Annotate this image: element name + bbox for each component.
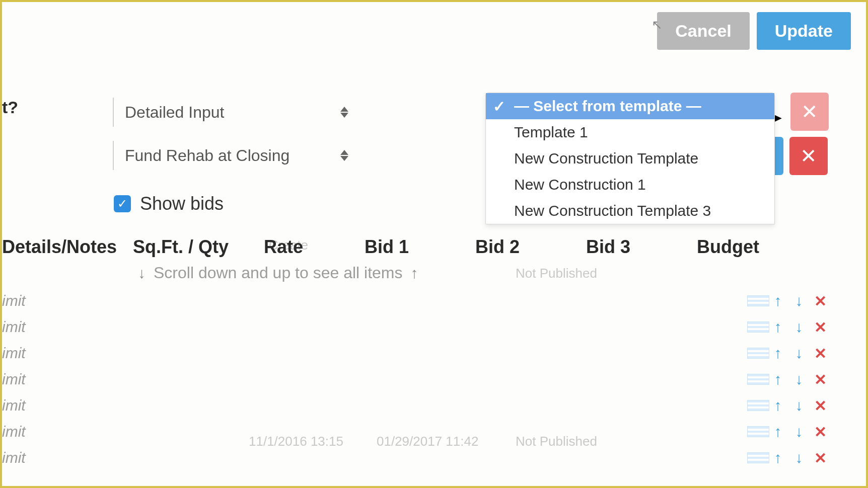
move-up-button[interactable]: ↑ xyxy=(769,371,786,388)
cancel-button[interactable]: Cancel xyxy=(657,12,750,50)
template-option-label: New Construction 1 xyxy=(514,176,646,193)
template-option-label: — Select from template — xyxy=(514,98,701,115)
chevron-updown-icon xyxy=(340,150,348,161)
input-mode-select[interactable]: Detailed Input xyxy=(113,98,354,127)
move-up-button[interactable]: ↑ xyxy=(769,397,786,414)
delete-row-button[interactable]: ✕ xyxy=(812,449,829,466)
check-icon xyxy=(117,197,127,211)
update-button[interactable]: Update xyxy=(757,12,851,50)
scroll-hint: ↓ Scroll down and up to see all items ↑ xyxy=(138,264,418,282)
template-option-label: New Construction Template xyxy=(514,150,698,167)
scroll-hint-text: Scroll down and up to see all items xyxy=(154,264,402,282)
template-option[interactable]: New Construction Template xyxy=(486,145,774,172)
show-bids-checkbox[interactable] xyxy=(114,195,131,212)
table-row: imit↑↓✕ xyxy=(2,314,851,340)
close-icon xyxy=(800,144,817,168)
table-row: imit↑↓✕ xyxy=(2,366,851,392)
template-option-placeholder[interactable]: — Select from template — xyxy=(486,93,774,119)
check-icon xyxy=(493,98,505,115)
close-icon xyxy=(801,100,818,123)
delete-row-button[interactable]: ✕ xyxy=(812,397,829,414)
move-up-button[interactable]: ↑ xyxy=(769,292,786,309)
partial-question-label: t? xyxy=(2,98,18,117)
row-details-placeholder[interactable]: imit xyxy=(2,292,133,309)
budget-swatch xyxy=(747,348,769,359)
input-mode-value: Detailed Input xyxy=(125,103,224,122)
budget-swatch xyxy=(747,452,769,463)
template-option[interactable]: Template 1 xyxy=(486,119,774,145)
template-option-label: Template 1 xyxy=(514,124,588,141)
delete-row-button[interactable]: ✕ xyxy=(812,423,829,440)
delete-row-button[interactable]: ✕ xyxy=(812,371,829,388)
chevron-updown-icon xyxy=(340,107,348,118)
template-option[interactable]: New Construction 1 xyxy=(486,172,774,198)
budget-swatch xyxy=(747,426,769,437)
budget-swatch xyxy=(747,400,769,411)
move-down-button[interactable]: ↓ xyxy=(790,345,808,362)
row-details-placeholder[interactable]: imit xyxy=(2,397,133,414)
budget-swatch xyxy=(747,295,769,306)
col-budget: Budget xyxy=(697,236,808,258)
table-header: Details/Notes Sq.Ft. / Qty Rate Bid 1 Bi… xyxy=(2,236,851,258)
table-row: imit↑↓✕ xyxy=(2,340,851,366)
arrow-up-icon: ↑ xyxy=(410,265,418,282)
arrow-down-icon: ↓ xyxy=(138,265,146,282)
budget-swatch xyxy=(747,374,769,385)
col-bid3: Bid 3 xyxy=(586,236,697,258)
row-details-placeholder[interactable]: imit xyxy=(2,345,133,362)
table-row: imit↑↓✕ xyxy=(2,445,851,471)
col-sqft: Sq.Ft. / Qty xyxy=(133,236,264,258)
move-down-button[interactable]: ↓ xyxy=(790,371,808,388)
template-option[interactable]: New Construction Template 3 xyxy=(486,198,774,224)
ghost-text: Not Published xyxy=(516,266,597,281)
move-up-button[interactable]: ↑ xyxy=(769,318,786,336)
col-bid2: Bid 2 xyxy=(475,236,586,258)
budget-swatch xyxy=(747,321,769,333)
table-row: imit↑↓✕ xyxy=(2,288,851,314)
row-details-placeholder[interactable]: imit xyxy=(2,449,133,466)
row-details-placeholder[interactable]: imit xyxy=(2,423,133,440)
move-up-button[interactable]: ↑ xyxy=(769,345,786,362)
show-bids-label: Show bids xyxy=(140,193,224,214)
table-row: imit↑↓✕ xyxy=(2,419,851,445)
row-details-placeholder[interactable]: imit xyxy=(2,318,133,336)
move-down-button[interactable]: ↓ xyxy=(790,397,808,414)
row-details-placeholder[interactable]: imit xyxy=(2,371,133,388)
funding-select[interactable]: Fund Rehab at Closing xyxy=(113,141,354,170)
delete-row-button[interactable]: ✕ xyxy=(812,345,829,362)
col-details: Details/Notes xyxy=(2,236,133,258)
remove-template-button[interactable] xyxy=(789,137,828,175)
move-down-button[interactable]: ↓ xyxy=(790,449,808,466)
template-select-open[interactable]: — Select from template — Template 1 New … xyxy=(485,93,775,224)
template-option-label: New Construction Template 3 xyxy=(514,202,711,219)
move-down-button[interactable]: ↓ xyxy=(790,423,808,440)
delete-row-button[interactable]: ✕ xyxy=(812,292,829,309)
delete-row-button[interactable]: ✕ xyxy=(812,318,829,336)
table-row: imit↑↓✕ xyxy=(2,392,851,419)
remove-template-button[interactable] xyxy=(790,93,829,131)
move-down-button[interactable]: ↓ xyxy=(790,318,808,336)
funding-value: Fund Rehab at Closing xyxy=(125,146,290,165)
col-bid1: Bid 1 xyxy=(365,236,475,258)
move-up-button[interactable]: ↑ xyxy=(769,423,786,440)
col-rate: Rate xyxy=(264,236,365,258)
move-down-button[interactable]: ↓ xyxy=(790,292,808,309)
move-up-button[interactable]: ↑ xyxy=(769,449,786,466)
